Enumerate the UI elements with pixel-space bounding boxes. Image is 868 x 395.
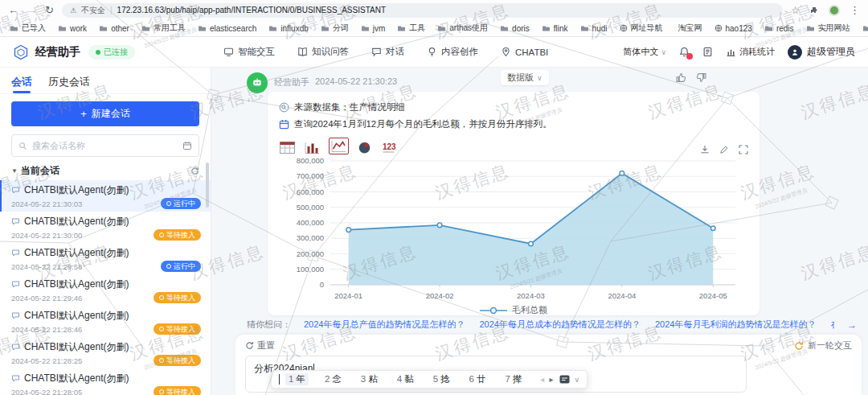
suggested-question-link[interactable]: 2024年每月总产值的趋势情况是怎样的？ [304, 319, 465, 331]
bookmark-item[interactable]: elasticsearch [198, 24, 256, 33]
view-mode-dropdown[interactable]: 数据版∨ [501, 70, 549, 85]
suggested-question-link[interactable]: 2024年每月毛利润的趋势情况是怎样的？ [655, 319, 816, 331]
svg-text:500,000: 500,000 [297, 203, 324, 212]
fullscreen-chart-icon[interactable] [739, 145, 748, 154]
nav-item-chatbi[interactable]: CHATBI [501, 46, 548, 58]
line-chart-icon[interactable] [329, 138, 349, 154]
new-round-icon [794, 341, 804, 351]
bar-chart-icon[interactable] [304, 141, 321, 154]
chevron-down-icon: ∨ [537, 74, 542, 82]
current-sessions-title: 当前会话 [21, 164, 59, 178]
panel-doc-icon[interactable] [702, 47, 713, 57]
tab-sessions[interactable]: 会话 [11, 75, 32, 89]
session-time: 2024-05-22 21:30:03 [11, 200, 82, 208]
bookmark-item[interactable]: 已导入 [10, 23, 46, 34]
thumbs-down-icon[interactable] [696, 72, 706, 83]
session-title: CHATBI默认Agent(勿删) [24, 309, 129, 323]
folder-icon [580, 24, 589, 33]
nav-item-chat[interactable]: 对话 [371, 46, 404, 58]
ime-next-page-icon[interactable]: ▸ [549, 375, 553, 384]
address-bar[interactable]: ⚠ 不安全 | 172.23.16.63/pub/haip/app-path/I… [62, 3, 783, 18]
ime-candidate[interactable]: 2念 [321, 373, 345, 385]
browser-reload-icon[interactable]: ↻ [45, 5, 54, 15]
edit-chart-icon[interactable] [719, 145, 729, 154]
ime-tool-icon[interactable] [559, 375, 570, 384]
chart-answer-card: 来源数据集：生产情况明细 查询2024年1月到12月每个月的毛利总额，并按月份升… [268, 92, 760, 315]
consumption-stats[interactable]: 消耗统计 [726, 46, 775, 58]
bookmark-item[interactable]: arthas使用 [437, 23, 488, 34]
notifications-bell-icon[interactable] [679, 47, 690, 57]
browser-back-icon[interactable]: ← [8, 5, 18, 15]
calendar-icon[interactable] [182, 141, 192, 150]
session-time: 2024-05-22 21:29:58 [11, 262, 82, 271]
bookmark-item[interactable]: hudi [580, 24, 608, 33]
browser-menu-icon[interactable]: ⋮ [850, 5, 860, 15]
folder-icon [542, 24, 551, 33]
search-icon [18, 142, 27, 150]
session-item[interactable]: CHATBI默认Agent(勿删)2024-05-22 21:30:00等待接入 [0, 212, 211, 243]
reset-button[interactable]: 重置 [245, 339, 275, 352]
bookmark-item[interactable]: jvm [361, 24, 386, 33]
browser-profile-avatar[interactable] [829, 5, 840, 16]
ime-candidate[interactable]: 4黏 [394, 373, 417, 385]
number-view-icon[interactable]: 123 [380, 141, 397, 154]
ime-prev-page-icon[interactable]: ◂ [540, 375, 544, 384]
bookmark-item[interactable]: 日志 [862, 23, 868, 34]
bookmark-item[interactable]: 工具 [397, 23, 425, 34]
pie-chart-icon[interactable] [357, 141, 372, 154]
session-item[interactable]: CHATBI默认Agent(勿删)2024-05-22 21:30:03运行中 [0, 180, 211, 212]
suggested-question-link[interactable]: 在2024年，哪个产品型号的产量 [830, 319, 834, 331]
session-item[interactable]: CHATBI默认Agent(勿删)2024-05-22 21:29:58运行中 [0, 243, 211, 274]
new-session-button[interactable]: + 新建会话 [11, 101, 199, 126]
bookmark-item[interactable]: doris [500, 24, 530, 33]
table-view-icon[interactable] [279, 141, 296, 154]
nav-item-create[interactable]: 内容创作 [427, 46, 478, 58]
svg-text:400,000: 400,000 [297, 218, 324, 227]
language-selector[interactable]: 简体中文∨ [623, 46, 666, 58]
ime-candidate[interactable]: 5捻 [430, 373, 453, 385]
bookmark-item[interactable]: influxdb [268, 24, 308, 33]
ime-candidate[interactable]: 6廿 [466, 373, 489, 385]
download-chart-icon[interactable] [700, 145, 710, 154]
ime-expand-icon[interactable]: ∨ [574, 376, 579, 384]
bookmark-item[interactable]: 网址导航 [620, 23, 663, 34]
bookmark-item[interactable]: other [99, 24, 129, 33]
nav-item-interaction[interactable]: 智能交互 [223, 46, 275, 58]
bookmark-item[interactable]: flink [542, 24, 568, 33]
new-round-button[interactable]: 新一轮交互 [794, 339, 852, 352]
bookmark-item[interactable]: work [58, 24, 87, 33]
session-search-input[interactable]: 搜索会话名称 [11, 134, 199, 157]
session-item[interactable]: CHATBI默认Agent(勿删)2024-05-22 21:28:25等待接入 [0, 337, 211, 368]
folder-icon [764, 24, 773, 33]
chat-icon [371, 47, 382, 57]
more-suggestions-arrow[interactable]: → [847, 319, 857, 331]
svg-text:2024-05: 2024-05 [699, 291, 727, 300]
user-account[interactable]: 超级管理员 [788, 45, 855, 60]
extensions-icon[interactable] [809, 6, 819, 15]
session-item[interactable]: CHATBI默认Agent(勿删)2024-05-22 21:28:05等待接入 [0, 368, 211, 395]
bookmark-label: doris [512, 24, 530, 33]
session-status-badge: 等待接入 [154, 229, 201, 241]
suggested-question-link[interactable]: 2024年每月总成本的趋势情况是怎样的？ [479, 319, 640, 331]
bookmark-item[interactable]: 分词 [321, 23, 349, 34]
bookmark-star-icon[interactable]: ☆ [791, 6, 800, 15]
thumbs-up-icon[interactable] [676, 72, 686, 83]
collapse-triangle-icon[interactable]: ▼ [11, 167, 18, 175]
tab-history-sessions[interactable]: 历史会话 [48, 75, 90, 89]
bookmark-item[interactable]: hao123 [714, 24, 752, 33]
bookmark-item[interactable]: 淘宝网 [675, 23, 702, 34]
bookmark-item[interactable]: 常用工具 [141, 23, 186, 34]
session-item[interactable]: CHATBI默认Agent(勿删)2024-05-22 21:29:46等待接入 [0, 274, 211, 306]
sessions-sidebar: 会话 历史会话 + 新建会话 搜索会话名称 ▼ 当前会话 CHATBI默认Age… [0, 68, 211, 395]
bookmark-item[interactable]: 实用网站 [806, 23, 850, 34]
refresh-sessions-icon[interactable] [190, 167, 199, 175]
sidebar-scrollbar[interactable] [206, 163, 209, 208]
browser-forward-icon[interactable]: → [27, 5, 37, 15]
bookmark-item[interactable]: redis [764, 24, 794, 33]
folder-icon [437, 24, 446, 33]
nav-item-qa[interactable]: 知识问答 [297, 46, 349, 58]
ime-candidate[interactable]: 7撵 [502, 373, 525, 385]
ime-candidate[interactable]: 1年 [285, 373, 309, 385]
session-item[interactable]: CHATBI默认Agent(勿删)2024-05-22 21:28:46等待接入 [0, 306, 211, 337]
ime-candidate[interactable]: 3粘 [358, 373, 381, 385]
